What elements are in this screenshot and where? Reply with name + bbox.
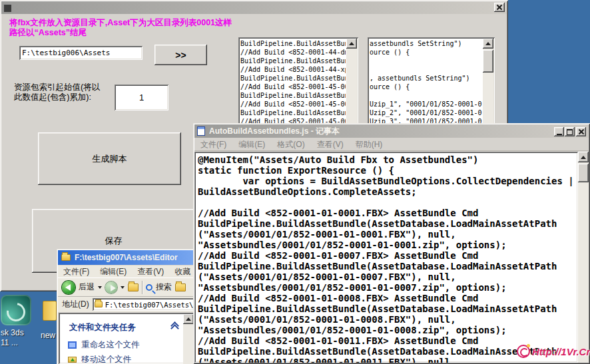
script-preview-listbox[interactable]: assetbundls SetString") ource () { , ass…: [368, 37, 495, 126]
menu-file[interactable]: 文件(F): [63, 266, 89, 277]
maximize-icon: [567, 129, 573, 135]
arrow-up-icon: [186, 317, 191, 321]
scroll-thumb[interactable]: [483, 50, 493, 73]
task-rename[interactable]: 重命名这个文件: [68, 339, 140, 351]
code-line: //Add Build <852-0001-01-0001.FBX> Asset…: [198, 208, 578, 218]
code-line: "Assetsbundles/0001/01/852-0001-01-0008.…: [198, 325, 578, 335]
menu-view[interactable]: 查看(V): [317, 139, 344, 150]
desktop-icon-folder[interactable]: [43, 301, 57, 321]
folder-icon: [95, 301, 103, 307]
desktop-icon-3dsmax-label-1: sk 3ds: [1, 328, 24, 337]
search-icon[interactable]: [146, 284, 152, 291]
menu-edit[interactable]: 编辑(E): [238, 139, 265, 150]
folders-button[interactable]: [175, 283, 186, 291]
notepad-menubar: 文件(F) 编辑(E) 格式(O) 查看(V) 帮助(H): [194, 138, 589, 151]
scroll-up-button[interactable]: [346, 39, 357, 49]
notepad-window: AutoBuildAssetbundles.js - 记事本 文件(F) 编辑(…: [193, 123, 590, 364]
collapse-chevron-icon[interactable]: [170, 322, 178, 329]
close-icon: [578, 128, 585, 135]
menu-format[interactable]: 格式(O): [277, 139, 304, 150]
list-item[interactable]: BuildPipeline.BuildAssetBun: [240, 57, 346, 65]
list-item[interactable]: assetbundls SetString"): [370, 39, 482, 48]
explorer-content: 文件和文件夹任务 重命名这个文件 移动这个文件: [59, 313, 195, 364]
list-item[interactable]: [370, 65, 482, 74]
scroll-up-button[interactable]: [183, 314, 194, 324]
content-scrollbar[interactable]: [183, 314, 194, 364]
start-index-input[interactable]: [115, 85, 168, 110]
list-item[interactable]: BuildPipeline.BuildAssetBun: [240, 108, 346, 117]
minimize-button[interactable]: [554, 127, 564, 136]
list-item[interactable]: [370, 57, 482, 65]
menu-file[interactable]: 文件(F): [200, 139, 226, 150]
menu-help[interactable]: 帮助(H): [356, 139, 383, 150]
notepad-textarea[interactable]: @MenuItem("Assets/Auto Build Fbx to Asse…: [194, 152, 578, 363]
forward-dropdown-icon[interactable]: [121, 286, 125, 289]
list-item[interactable]: BuildPipeline.BuildAssetBun: [240, 91, 346, 100]
code-line: @MenuItem("Assets/Auto Build Fbx to Asse…: [198, 154, 578, 165]
explorer-titlebar[interactable]: F:\testbig007\Assets\Editor: [58, 250, 196, 265]
list-item[interactable]: //Add Build <852-0001-45-00: [240, 83, 346, 91]
watermark-text: Http://1Vr.Cn: [532, 346, 590, 357]
list-item[interactable]: //Add Build <852-0001-44-dm: [240, 48, 346, 57]
menu-edit[interactable]: 编辑(E): [100, 266, 127, 277]
task-move[interactable]: 移动这个文件: [68, 354, 131, 364]
taskpane-header[interactable]: 文件和文件夹任务: [69, 322, 136, 333]
assets-path-input[interactable]: [19, 46, 143, 60]
dialog-close-button[interactable]: [494, 3, 505, 12]
notepad-title: AutoBuildAssetbundles.js - 记事本: [209, 126, 340, 137]
notepad-scrollbar[interactable]: [578, 152, 589, 363]
search-label[interactable]: 搜索: [156, 281, 172, 293]
code-line: BuildPipeline.BuildAssetBundle(AssetData…: [198, 303, 578, 314]
scroll-up-button[interactable]: [483, 39, 493, 49]
list-item[interactable]: //Add Build <852-0001-45-00: [240, 100, 346, 108]
list-item[interactable]: ource () {: [370, 48, 482, 57]
code-line: BuildPipeline.BuildAssetBundle(AssetData…: [198, 218, 578, 229]
back-button[interactable]: [62, 281, 75, 294]
notepad-icon: [197, 126, 205, 136]
folder-icon: [43, 301, 57, 321]
list-item[interactable]: [370, 91, 482, 100]
list-item[interactable]: Uzip_2", "0001/01/852-0001-01: [370, 108, 482, 117]
menu-favorites[interactable]: 收藏: [174, 266, 190, 277]
app-icon: [3, 4, 11, 12]
build-commands-listbox[interactable]: BuildPipeline.BuildAssetBun //Add Build …: [238, 37, 358, 126]
scroll-up-button[interactable]: [578, 152, 589, 162]
list-item[interactable]: BuildPipeline.BuildAssetBun: [240, 39, 346, 48]
code-line: ("Assets/0001/01/852-0001-01-0001.FBX"),…: [198, 229, 578, 240]
back-dropdown-icon[interactable]: [98, 286, 102, 289]
listbox-scrollbar[interactable]: [483, 39, 493, 124]
list-item[interactable]: , assetbundls SetString"): [370, 74, 482, 83]
scroll-thumb[interactable]: [578, 164, 589, 182]
watermark: Http://1Vr.Cn: [517, 345, 590, 358]
address-value: F:\testbig007\Assets\E: [105, 301, 196, 309]
up-folder-button[interactable]: [128, 283, 139, 291]
address-label: 地址(D): [62, 299, 89, 310]
arrow-up-icon: [485, 42, 491, 45]
close-button[interactable]: [576, 127, 586, 136]
close-icon: [496, 4, 503, 11]
forward-button[interactable]: [105, 281, 117, 293]
address-input[interactable]: F:\testbig007\Assets\E: [93, 298, 196, 311]
browse-button[interactable]: >>: [154, 45, 207, 65]
code-line: ("Assets/0001/01/852-0001-01-0007.FBX"),…: [198, 272, 578, 282]
task-rename-label: 重命名这个文件: [81, 339, 140, 351]
3dsmax-icon: [1, 295, 31, 325]
code-line: BuildAssetBundleOptions.CompleteAssets;: [198, 186, 578, 197]
back-label[interactable]: 后退: [79, 281, 95, 293]
arrow-up-icon: [349, 42, 354, 45]
maximize-button[interactable]: [565, 127, 575, 136]
desktop-icon-3dsmax[interactable]: [1, 295, 31, 325]
generate-script-button[interactable]: 生成脚本: [38, 132, 181, 185]
code-line: var options = BuildAssetBundleOptions.Co…: [198, 176, 578, 186]
listbox-scrollbar[interactable]: [346, 39, 357, 124]
code-line: [198, 197, 578, 208]
desktop: sk 3ds 11 ... new 将fbx文件放入资源目录下,Asset下为大…: [0, 0, 590, 364]
desktop-icon-3dsmax-label-2: 11 ...: [1, 338, 18, 347]
list-item[interactable]: Uzip_1", "0001/01/852-0001-01: [370, 100, 482, 108]
dialog-titlebar[interactable]: [1, 1, 507, 14]
notepad-titlebar[interactable]: AutoBuildAssetbundles.js - 记事本: [194, 124, 589, 138]
list-item[interactable]: ource () {: [370, 83, 482, 91]
list-item[interactable]: //Add Build <852-0001-44-xp: [240, 65, 346, 74]
menu-view[interactable]: 查看(V): [137, 266, 164, 277]
list-item[interactable]: BuildPipeline.BuildAssetBun: [240, 74, 346, 83]
